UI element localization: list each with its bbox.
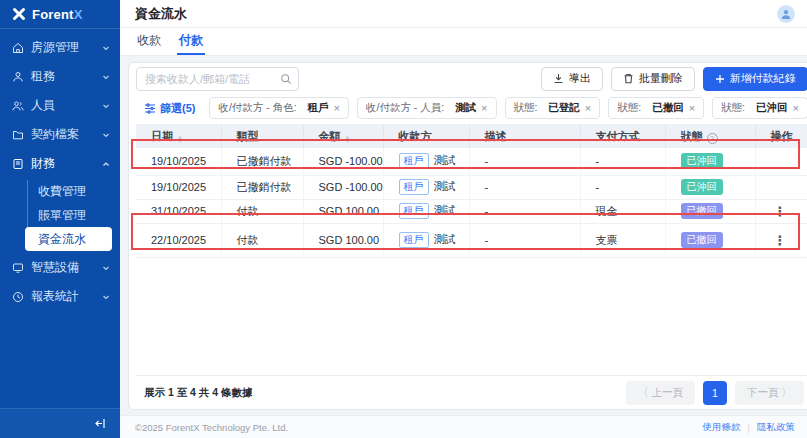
- export-button[interactable]: 導出: [541, 67, 603, 91]
- sort-icon: ▲▼: [345, 135, 351, 143]
- close-icon[interactable]: ×: [481, 102, 487, 114]
- divider: |: [748, 422, 750, 433]
- page-number-button[interactable]: 1: [703, 381, 727, 405]
- role-tag: 租戶: [399, 179, 429, 195]
- sidebar-item-smart-devices[interactable]: 智慧設備: [0, 253, 120, 282]
- filter-tag-label: 狀態:: [617, 101, 641, 115]
- sub-item-label: 收費管理: [38, 183, 86, 200]
- cell-type: 付款: [221, 199, 303, 223]
- cell-method: 現金: [580, 199, 665, 223]
- role-tag: 租戶: [399, 232, 429, 248]
- cell-status: 已撤回: [665, 223, 755, 257]
- terms-link[interactable]: 使用條款: [703, 421, 741, 434]
- sidebar-item-label: 財務: [31, 155, 95, 172]
- cell-type: 已撤銷付款: [221, 148, 303, 175]
- table-header-row: 日期▲▼ 類型 金額▲▼ 收款方 描述 支付方式 狀態? 操作: [136, 124, 807, 148]
- role-tag: 租戶: [399, 153, 429, 169]
- batch-delete-label: 批量刪除: [639, 71, 683, 86]
- cell-payee: 租戶測試: [383, 148, 469, 175]
- filter-row: 篩選(5) 收/付款方 - 角色: 租戶× 收/付款方 - 人員: 測試× 狀態…: [136, 97, 807, 119]
- tab-receipts[interactable]: 收款: [135, 28, 163, 55]
- cell-amount: SGD -100.00: [303, 148, 383, 175]
- add-payment-record-button[interactable]: 新增付款紀錄: [703, 67, 807, 91]
- cell-description: -: [469, 199, 580, 223]
- chevron-down-icon: [102, 264, 110, 272]
- filter-tag: 收/付款方 - 角色: 租戶×: [209, 97, 349, 119]
- sidebar-item-properties[interactable]: 房源管理: [0, 33, 120, 62]
- cell-description: -: [469, 175, 580, 199]
- sort-icon: ▲▼: [177, 135, 183, 143]
- sub-item-label: 資金流水: [38, 231, 86, 248]
- chevron-down-icon: [102, 131, 110, 139]
- user-avatar[interactable]: [777, 5, 795, 23]
- cell-actions: [755, 148, 807, 175]
- column-header-payee: 收款方: [383, 124, 469, 148]
- cell-status: 已撤回: [665, 199, 755, 223]
- table-empty-space: [136, 258, 807, 376]
- cell-description: -: [469, 223, 580, 257]
- filter-trigger[interactable]: 篩選(5): [144, 101, 195, 116]
- cell-actions: ⋮: [755, 223, 807, 257]
- cell-amount: SGD 100.00: [303, 223, 383, 257]
- kebab-menu-icon[interactable]: ⋮: [771, 204, 787, 219]
- kebab-menu-icon[interactable]: ⋮: [771, 233, 787, 248]
- status-badge: 已撤回: [681, 203, 723, 219]
- privacy-link[interactable]: 隱私政策: [757, 421, 795, 434]
- pagination-summary: 展示 1 至 4 共 4 條數據: [144, 386, 253, 400]
- folder-icon: [12, 129, 24, 141]
- export-label: 導出: [569, 71, 591, 86]
- status-badge: 已沖回: [681, 179, 723, 195]
- main-area: 資金流水 收款 付款: [120, 0, 807, 438]
- search-input[interactable]: [136, 67, 299, 91]
- tab-payments[interactable]: 付款: [177, 28, 205, 55]
- close-icon[interactable]: ×: [792, 102, 798, 114]
- content-area: 導出 批量刪除 新增付款紀錄: [120, 56, 807, 415]
- next-page-button[interactable]: 下一頁 〉: [735, 381, 804, 405]
- filter-tag-value: 測試: [455, 101, 476, 115]
- sidebar-item-personnel[interactable]: 人員: [0, 91, 120, 120]
- sidebar-item-finance[interactable]: 財務: [0, 149, 120, 178]
- column-header-date[interactable]: 日期▲▼: [136, 124, 221, 148]
- sidebar: ForentX 房源管理 租務 人員 契約檔案: [0, 0, 120, 438]
- copyright-text: ©2025 ForentX Technology Pte. Ltd.: [135, 422, 703, 433]
- cell-method: -: [580, 148, 665, 175]
- cell-method: -: [580, 175, 665, 199]
- sidebar-item-bill-management[interactable]: 賬單管理: [0, 203, 120, 227]
- filter-tag-label: 收/付款方 - 角色:: [218, 101, 296, 115]
- finance-submenu: 收費管理 賬單管理 資金流水: [0, 178, 120, 253]
- close-icon[interactable]: ×: [585, 102, 591, 114]
- question-circle-icon: ?: [707, 133, 718, 144]
- toolbar: 導出 批量刪除 新增付款紀錄: [136, 66, 807, 91]
- plus-icon: [715, 74, 725, 84]
- sidebar-item-contracts[interactable]: 契約檔案: [0, 120, 120, 149]
- sidebar-item-fund-flow[interactable]: 資金流水: [25, 227, 112, 251]
- close-icon[interactable]: ×: [334, 102, 340, 114]
- status-badge: 已撤回: [681, 232, 723, 248]
- cell-date: 31/10/2025: [136, 199, 221, 223]
- fund-flow-table: 日期▲▼ 類型 金額▲▼ 收款方 描述 支付方式 狀態? 操作 19/10/20: [136, 124, 807, 258]
- column-header-payment-method: 支付方式: [580, 124, 665, 148]
- sidebar-item-rental[interactable]: 租務: [0, 62, 120, 91]
- column-header-amount[interactable]: 金額▲▼: [303, 124, 383, 148]
- cell-payee: 租戶測試: [383, 175, 469, 199]
- tab-bar: 收款 付款: [120, 28, 807, 56]
- status-badge: 已沖回: [681, 153, 723, 169]
- sidebar-item-label: 契約檔案: [31, 126, 95, 143]
- top-bar: 資金流水: [120, 0, 807, 28]
- table-row: 19/10/2025 已撤銷付款 SGD -100.00 租戶測試 - - 已沖…: [136, 175, 807, 199]
- collapse-sidebar-icon[interactable]: [95, 418, 108, 429]
- cell-amount: SGD -100.00: [303, 175, 383, 199]
- ledger-icon: [12, 158, 24, 170]
- sidebar-item-reports[interactable]: 報表統計: [0, 282, 120, 311]
- fund-flow-card: 導出 批量刪除 新增付款紀錄: [128, 62, 807, 410]
- filter-tag-label: 狀態:: [514, 101, 538, 115]
- chevron-down-icon: [102, 73, 110, 81]
- table-row: 22/10/2025 付款 SGD 100.00 租戶測試 - 支票 已撤回 ⋮: [136, 223, 807, 257]
- prev-page-button[interactable]: 〈 上一頁: [626, 381, 695, 405]
- column-header-actions: 操作: [755, 124, 807, 148]
- close-icon[interactable]: ×: [689, 102, 695, 114]
- sidebar-item-fee-management[interactable]: 收費管理: [0, 179, 120, 203]
- batch-delete-button[interactable]: 批量刪除: [611, 67, 695, 91]
- footer: ©2025 ForentX Technology Pte. Ltd. 使用條款 …: [120, 415, 807, 438]
- cell-method: 支票: [580, 223, 665, 257]
